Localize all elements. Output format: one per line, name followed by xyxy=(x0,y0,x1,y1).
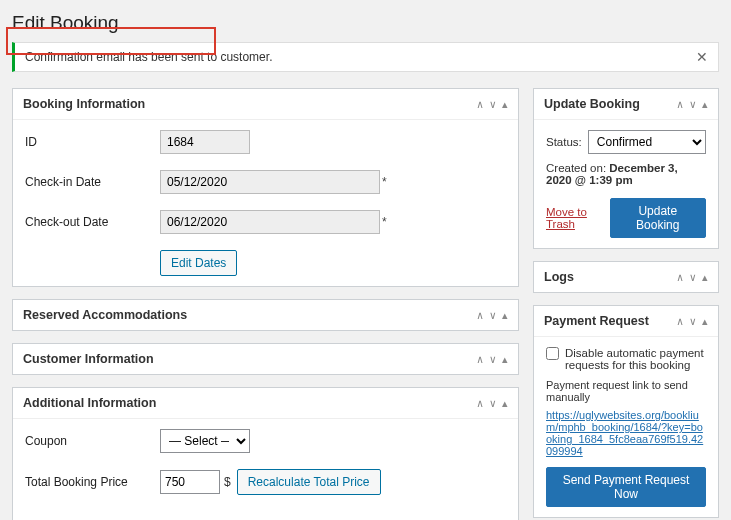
panel-title: Additional Information xyxy=(23,396,156,410)
checkin-label: Check-in Date xyxy=(25,175,160,189)
close-icon[interactable]: ✕ xyxy=(696,49,708,65)
collapse-icon[interactable] xyxy=(502,398,508,409)
col-amount: Amount xyxy=(400,511,506,520)
page-title: Edit Booking xyxy=(12,12,719,34)
chevron-up-icon[interactable] xyxy=(477,354,484,365)
logs-panel: Logs xyxy=(533,261,719,293)
chevron-down-icon[interactable] xyxy=(689,316,696,327)
status-select[interactable]: Confirmed xyxy=(588,130,706,154)
checkout-label: Check-out Date xyxy=(25,215,160,229)
disable-auto-payment-checkbox[interactable] xyxy=(546,347,559,360)
collapse-icon[interactable] xyxy=(702,316,708,327)
required-marker: * xyxy=(382,175,387,189)
payment-request-link[interactable]: https://uglywebsites.org/booklium/mphb_b… xyxy=(546,409,706,457)
chevron-up-icon[interactable] xyxy=(477,310,484,321)
chevron-down-icon[interactable] xyxy=(489,310,496,321)
created-on-prefix: Created on: xyxy=(546,162,609,174)
currency-symbol: $ xyxy=(224,475,231,489)
notice-text: Confirmation email has been sent to cust… xyxy=(25,50,272,64)
booking-information-panel: Booking Information ID Check-in Date xyxy=(12,88,519,287)
total-price-field[interactable] xyxy=(160,470,220,494)
collapse-icon[interactable] xyxy=(702,99,708,110)
coupon-label: Coupon xyxy=(25,434,160,448)
chevron-down-icon[interactable] xyxy=(489,99,496,110)
chevron-down-icon[interactable] xyxy=(689,272,696,283)
chevron-up-icon[interactable] xyxy=(477,398,484,409)
collapse-icon[interactable] xyxy=(502,99,508,110)
chevron-down-icon[interactable] xyxy=(689,99,696,110)
chevron-down-icon[interactable] xyxy=(489,354,496,365)
panel-title: Update Booking xyxy=(544,97,640,111)
send-payment-request-button[interactable]: Send Payment Request Now xyxy=(546,467,706,507)
disable-auto-payment-label: Disable automatic payment requests for t… xyxy=(565,347,706,371)
update-booking-button[interactable]: Update Booking xyxy=(610,198,706,238)
reserved-accommodations-panel: Reserved Accommodations xyxy=(12,299,519,331)
status-label: Status: xyxy=(546,136,582,148)
collapse-icon[interactable] xyxy=(502,310,508,321)
chevron-up-icon[interactable] xyxy=(677,316,684,327)
collapse-icon[interactable] xyxy=(702,272,708,283)
collapse-icon[interactable] xyxy=(502,354,508,365)
payment-request-panel: Payment Request Disable automatic paymen… xyxy=(533,305,719,518)
recalculate-button[interactable]: Recalculate Total Price xyxy=(237,469,381,495)
col-status: Status xyxy=(308,511,399,520)
coupon-select[interactable]: — Select — xyxy=(160,429,250,453)
panel-title: Payment Request xyxy=(544,314,649,328)
id-label: ID xyxy=(25,135,160,149)
customer-information-panel: Customer Information xyxy=(12,343,519,375)
panel-title: Booking Information xyxy=(23,97,145,111)
panel-title: Logs xyxy=(544,270,574,284)
additional-information-panel: Additional Information Coupon — Select — xyxy=(12,387,519,520)
edit-dates-button[interactable]: Edit Dates xyxy=(160,250,237,276)
col-payment-id: Payment ID xyxy=(160,511,308,520)
notice-success: Confirmation email has been sent to cust… xyxy=(12,42,719,72)
id-field xyxy=(160,130,250,154)
chevron-up-icon[interactable] xyxy=(477,99,484,110)
move-to-trash-link[interactable]: Move to Trash xyxy=(546,206,610,230)
chevron-down-icon[interactable] xyxy=(489,398,496,409)
checkout-field[interactable] xyxy=(160,210,380,234)
panel-title: Reserved Accommodations xyxy=(23,308,187,322)
update-booking-panel: Update Booking Status: Confirmed xyxy=(533,88,719,249)
chevron-up-icon[interactable] xyxy=(677,99,684,110)
payment-link-intro: Payment request link to send manually xyxy=(546,379,706,403)
required-marker: * xyxy=(382,215,387,229)
panel-title: Customer Information xyxy=(23,352,154,366)
payments-table: Payment ID Status Amount — — — xyxy=(160,511,506,520)
chevron-up-icon[interactable] xyxy=(677,272,684,283)
checkin-field[interactable] xyxy=(160,170,380,194)
total-price-label: Total Booking Price xyxy=(25,475,160,489)
